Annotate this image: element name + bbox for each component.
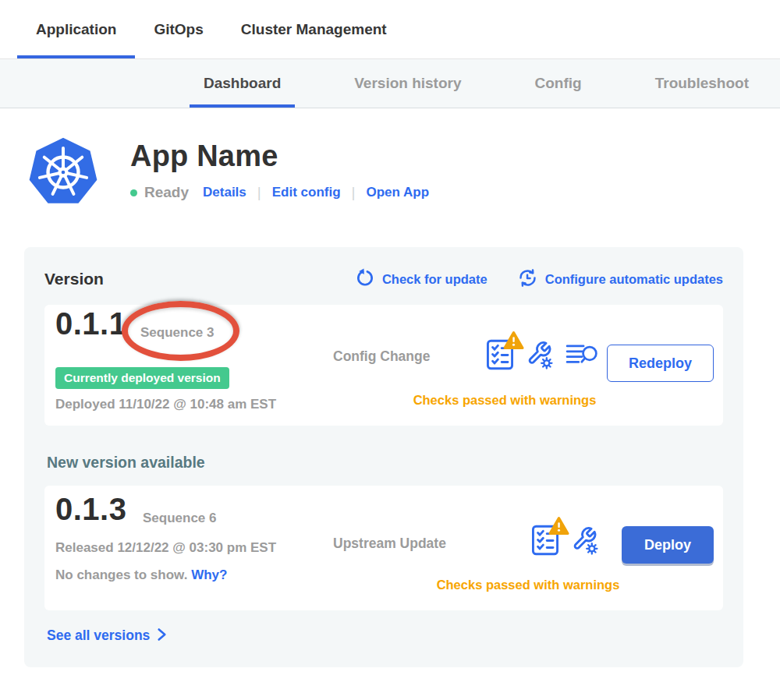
tab-gitops[interactable]: GitOps [135, 0, 222, 58]
app-header: App Name Ready Details | Edit config | O… [27, 136, 780, 208]
no-changes-text: No changes to show. Why? [55, 567, 227, 583]
app-info: App Name Ready Details | Edit config | O… [130, 136, 429, 201]
see-all-label: See all versions [47, 628, 150, 644]
edit-config-link[interactable]: Edit config [272, 185, 341, 200]
tab-version-history[interactable]: Version history [340, 59, 475, 108]
separator: | [257, 184, 261, 201]
kubernetes-logo-icon [27, 136, 99, 208]
app-status: Ready [144, 184, 189, 201]
tab-label: GitOps [154, 21, 203, 38]
deployed-timestamp: Deployed 11/10/22 @ 10:48 am EST [55, 397, 276, 412]
config-wrench-gear-icon[interactable] [571, 525, 599, 555]
clock-refresh-icon [517, 267, 545, 292]
no-changes-label: No changes to show. [55, 567, 187, 582]
sequence-label: Sequence 6 [143, 511, 217, 526]
config-wrench-gear-icon[interactable] [526, 340, 554, 369]
status-dot-icon [130, 189, 137, 196]
tab-label: Config [535, 75, 582, 92]
diff-files-icon[interactable] [566, 342, 598, 367]
version-source: Config Change [333, 348, 430, 365]
preflight-warning-text: Checks passed with warnings [380, 578, 676, 592]
app-nav: Dashboard Version history Config Trouble… [0, 59, 780, 108]
check-for-update-link[interactable]: Check for update [355, 267, 488, 291]
details-link[interactable]: Details [203, 185, 246, 200]
open-app-link[interactable]: Open App [366, 185, 429, 200]
tab-dashboard[interactable]: Dashboard [190, 59, 295, 108]
current-version-row: 0.1.1 Sequence 3 Currently deployed vers… [44, 305, 723, 426]
new-version-heading: New version available [47, 454, 723, 472]
dashboard-page: { "top_nav": { "tabs": [ {"label": "Appl… [0, 0, 780, 700]
warning-triangle-icon [548, 516, 569, 539]
tab-label: Version history [354, 75, 461, 92]
released-timestamp: Released 12/12/22 @ 03:30 pm EST [55, 540, 276, 556]
tab-application[interactable]: Application [17, 0, 135, 58]
deployed-badge: Currently deployed version [55, 367, 229, 389]
action-label: Configure automatic updates [545, 272, 723, 287]
card-title: Version [44, 270, 104, 288]
available-version-row: 0.1.3 Sequence 6 Released 12/12/22 @ 03:… [44, 486, 723, 610]
separator: | [352, 184, 356, 201]
redeploy-button[interactable]: Redeploy [607, 345, 714, 382]
tab-config[interactable]: Config [521, 59, 596, 108]
action-label: Check for update [382, 272, 488, 287]
tab-cluster-management[interactable]: Cluster Management [222, 0, 406, 58]
configure-auto-updates-link[interactable]: Configure automatic updates [517, 267, 723, 292]
version-source: Upstream Update [333, 536, 446, 552]
preflight-warning-text: Checks passed with warnings [356, 393, 653, 408]
deploy-button[interactable]: Deploy [622, 526, 714, 564]
chevron-right-icon [150, 626, 167, 645]
refresh-icon [355, 267, 382, 291]
app-name: App Name [130, 140, 429, 173]
version-card: Version Check for update [24, 247, 743, 667]
sequence-label: Sequence 3 [140, 325, 214, 341]
tab-label: Dashboard [204, 75, 281, 92]
warning-triangle-icon [503, 331, 524, 353]
tab-label: Cluster Management [241, 21, 387, 38]
tab-troubleshoot[interactable]: Troubleshoot [641, 59, 763, 108]
why-link[interactable]: Why? [191, 567, 227, 582]
status-row: Ready Details | Edit config | Open App [130, 184, 429, 201]
version-check-icons [531, 525, 599, 556]
version-card-header: Version Check for update [44, 267, 723, 291]
preflight-checks-icon[interactable] [531, 525, 559, 556]
version-check-icons [486, 339, 598, 370]
tab-label: Troubleshoot [655, 75, 749, 92]
version-number: 0.1.3 [55, 492, 126, 527]
primary-nav: Application GitOps Cluster Management [0, 0, 780, 59]
version-number: 0.1.1 [55, 306, 126, 341]
tab-label: Application [36, 21, 116, 38]
see-all-versions-link[interactable]: See all versions [47, 626, 167, 645]
preflight-checks-icon[interactable] [486, 339, 514, 370]
card-actions: Check for update Configure automatic upd… [325, 267, 723, 292]
